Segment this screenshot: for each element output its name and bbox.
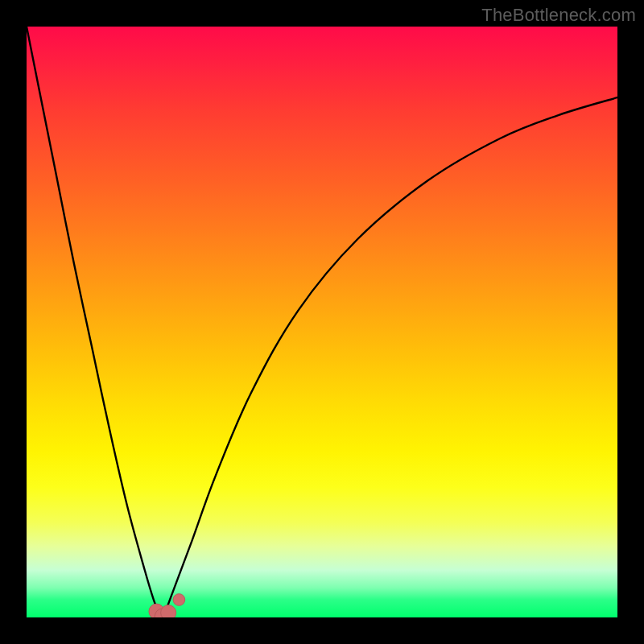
valley-marker-right-low (161, 605, 176, 617)
watermark-text: TheBottleneck.com (481, 5, 636, 26)
curve-left-branch (27, 27, 163, 617)
chart-plot-area (27, 27, 617, 617)
marker-group (149, 594, 185, 617)
chart-frame: TheBottleneck.com (0, 0, 644, 644)
curve-group (27, 27, 617, 617)
curve-right-branch (163, 97, 617, 617)
chart-svg (27, 27, 617, 617)
valley-marker-right-high (173, 594, 185, 606)
